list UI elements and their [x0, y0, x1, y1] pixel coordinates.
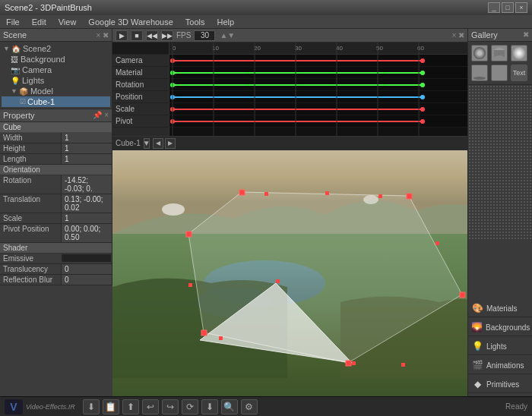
prop-value-height[interactable]: 1 — [61, 143, 112, 153]
gallery-section-backgrounds[interactable]: 🌄 Backgrounds — [468, 319, 532, 336]
status-btn-clipboard[interactable]: 📋 — [103, 399, 119, 414]
window-controls[interactable]: _ □ × — [488, 2, 527, 13]
gallery-text-label[interactable]: Text — [511, 65, 527, 81]
gallery-sections: 🎨 Materials 🌄 Backgrounds 💡 Lights 🎬 Ani… — [468, 239, 532, 396]
svg-marker-35 — [473, 68, 486, 78]
gallery-sphere-gray[interactable] — [471, 45, 488, 61]
status-btn-refresh[interactable]: ⟳ — [182, 399, 198, 414]
statusbar: V Video-Effects.IR ⬇ 📋 ⬆ ↩ ↪ ⟳ ⬇ 🔍 ⚙ Rea… — [0, 396, 532, 416]
gallery-sphere-light[interactable] — [511, 45, 527, 61]
maximize-button[interactable]: □ — [502, 2, 514, 13]
prop-row-translation: Translation 0.13; -0.00; 0.02 — [0, 194, 112, 213]
status-btn-undo[interactable]: ↩ — [142, 399, 159, 414]
prop-value-reflection-blur[interactable]: 0 — [61, 275, 112, 285]
scene-close[interactable]: × ✖ — [96, 31, 109, 39]
tree-item-cube1[interactable]: ☑ Cube-1 — [2, 96, 110, 107]
tree-label-lights: Lights — [22, 76, 44, 85]
viewport-scene — [112, 150, 467, 396]
ruler-0: 0 — [173, 45, 176, 52]
tree-item-camera[interactable]: 📷 Camera — [2, 65, 110, 75]
svg-point-29 — [363, 195, 378, 204]
track-rotation-dot-end[interactable] — [420, 83, 425, 87]
status-btn-settings[interactable]: ⚙ — [241, 399, 258, 414]
prop-value-width[interactable]: 1 — [61, 133, 112, 143]
gallery-section-animations[interactable]: 🎬 Animations — [468, 357, 532, 374]
menu-google3dwarehouse[interactable]: Google 3D Warehouse — [85, 17, 176, 27]
gallery-ring-gray[interactable] — [491, 65, 508, 81]
tree-item-lights[interactable]: 💡 Lights — [2, 75, 110, 86]
stop-button[interactable]: ■ — [131, 30, 143, 41]
svg-rect-23 — [264, 192, 268, 196]
status-btn-zoom[interactable]: 🔍 — [221, 399, 238, 414]
anim-prev-frame[interactable]: ◀ — [153, 138, 163, 149]
track-rotation-dot-start[interactable] — [170, 83, 175, 87]
track-scale-dot-end[interactable] — [420, 107, 425, 112]
prop-value-translation[interactable]: 0.13; -0.00; 0.02 — [61, 194, 112, 213]
prop-value-pivot[interactable]: 0.00; 0.00; 0.50 — [61, 224, 112, 242]
track-camera-dot-start[interactable] — [170, 58, 175, 63]
anim-timeline[interactable]: 0 10 20 30 40 50 60 — [169, 43, 467, 136]
animation-panel: ▶ ■ ◀◀ ▶▶ FPS ▲▼ × ✖ Camera Material Rot… — [112, 29, 467, 150]
gallery-dot-pattern — [468, 85, 532, 239]
prop-label-pivot: Pivot Position — [0, 224, 61, 242]
prop-label-length: Length — [0, 154, 61, 164]
track-position-dot-start[interactable] — [170, 95, 175, 99]
property-panel: Property 📌 × Cube Width 1 Height 1 Lengt… — [0, 109, 112, 285]
materials-icon: 🎨 — [471, 302, 483, 314]
sphere-gray-icon — [473, 46, 486, 60]
track-pivot-dot-start[interactable] — [170, 119, 175, 124]
prop-row-length: Length 1 — [0, 154, 112, 165]
tree-item-scene2[interactable]: ▼ 🏠 Scene2 — [2, 43, 110, 54]
svg-rect-27 — [352, 361, 356, 365]
gallery-section-materials[interactable]: 🎨 Materials — [468, 300, 532, 317]
track-scale-dot-start[interactable] — [170, 107, 175, 112]
prop-value-length[interactable]: 1 — [61, 154, 112, 164]
tree-label-camera: Camera — [22, 65, 52, 74]
status-btn-redo[interactable]: ↪ — [162, 399, 179, 414]
menu-help[interactable]: Help — [214, 17, 238, 27]
animation-close[interactable]: × ✖ — [451, 31, 464, 39]
tree-item-background[interactable]: 🖼 Background — [2, 54, 110, 65]
rewind-button[interactable]: ◀◀ — [146, 30, 158, 41]
status-btn-upload[interactable]: ⬆ — [122, 399, 139, 414]
gallery-section-lights[interactable]: 💡 Lights — [468, 338, 532, 355]
menu-tools[interactable]: Tools — [182, 17, 208, 27]
gallery-close[interactable]: ✖ — [523, 30, 529, 39]
prop-value-translucency[interactable]: 0 — [61, 264, 112, 274]
anim-label-pivot: Pivot — [112, 115, 169, 128]
track-rotation-line — [173, 84, 423, 86]
forward-button[interactable]: ▶▶ — [161, 30, 173, 41]
menu-edit[interactable]: Edit — [29, 17, 49, 27]
anim-label-position: Position — [112, 91, 169, 103]
track-position-dot-end[interactable] — [420, 95, 425, 99]
prop-value-scale[interactable]: 1 — [61, 213, 112, 223]
close-button[interactable]: × — [515, 2, 527, 13]
viewport[interactable] — [112, 150, 467, 396]
prop-label-rotation: Rotation — [0, 175, 61, 194]
prop-value-rotation[interactable]: -14.52; -0.03; 0. — [61, 175, 112, 194]
menu-view[interactable]: View — [55, 17, 80, 27]
track-camera-dot-end[interactable] — [420, 58, 425, 63]
fps-input[interactable] — [194, 30, 215, 41]
anim-next-frame[interactable]: ▶ — [165, 138, 176, 149]
property-pin[interactable]: 📌 × — [93, 111, 109, 120]
object-dropdown[interactable]: ▼ — [144, 138, 150, 149]
menu-file[interactable]: File — [3, 17, 23, 27]
status-btn-download[interactable]: ⬇ — [83, 399, 100, 414]
gallery-section-primitives[interactable]: ◆ Primitives — [468, 376, 532, 393]
track-material-dot-end[interactable] — [420, 71, 425, 75]
prop-value-emissive[interactable] — [62, 254, 111, 262]
play-button[interactable]: ▶ — [116, 30, 128, 41]
gallery-cone-gray[interactable] — [471, 65, 488, 81]
tree-label-background: Background — [21, 55, 65, 64]
cube-checkbox[interactable]: ☑ — [20, 98, 26, 106]
tree-item-model[interactable]: ▼ 📦 Model — [2, 86, 110, 96]
svg-rect-24 — [378, 194, 382, 198]
scene-title: Scene — [3, 30, 27, 39]
minimize-button[interactable]: _ — [488, 2, 500, 13]
track-pivot-dot-end[interactable] — [420, 119, 425, 124]
status-btn-down2[interactable]: ⬇ — [201, 399, 218, 414]
fps-spinner[interactable]: ▲▼ — [220, 31, 235, 39]
track-material-dot-start[interactable] — [170, 71, 175, 75]
gallery-cylinder-gray[interactable] — [491, 45, 508, 61]
